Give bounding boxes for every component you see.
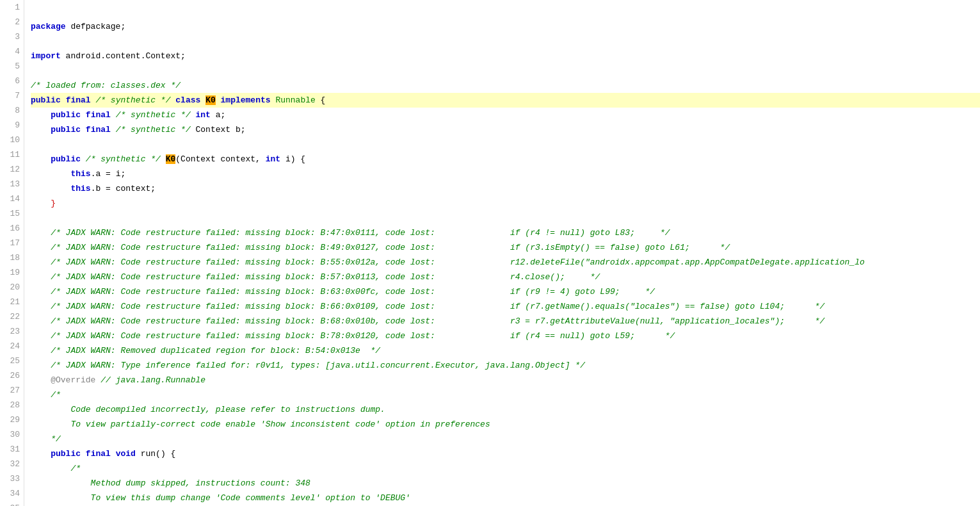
code-line-23: /* JADX WARN: Removed duplicated region … [31,343,980,358]
code-line-25: @Override // java.lang.Runnable [31,373,980,388]
code-line-32: Method dump skipped, instructions count:… [31,476,980,491]
line-number-31: 31 [0,442,24,457]
line-number-4: 4 [0,44,24,59]
line-number-13: 13 [0,177,24,192]
line-number-29: 29 [0,412,24,427]
code-line-14 [31,211,980,225]
code-line-7: public final /* synthetic */ int a; [31,108,980,122]
code-line-13: } [31,196,980,211]
code-line-33: To view this dump change 'Code comments … [31,491,980,505]
line-number-32: 32 [0,457,24,471]
code-editor: 1234567891011121314151617181920212223242… [0,0,980,506]
code-line-21: /* JADX WARN: Code restructure failed: m… [31,314,980,329]
line-number-30: 30 [0,427,24,442]
line-number-28: 28 [0,398,24,412]
code-line-24: /* JADX WARN: Type inference failed for:… [31,358,980,373]
line-number-20: 20 [0,280,24,295]
code-line-17: /* JADX WARN: Code restructure failed: m… [31,255,980,270]
line-number-27: 27 [0,383,24,398]
code-line-12: this.b = context; [31,181,980,196]
line-number-34: 34 [0,486,24,501]
code-line-3: import android.content.Context; [31,49,980,63]
code-line-5: /* loaded from: classes.dex */ [31,78,980,93]
code-line-4 [31,63,980,78]
line-number-35: 35 [0,501,24,506]
code-line-1: package defpackage; [31,19,980,34]
code-line-31: /* [31,461,980,476]
line-number-2: 2 [0,15,24,29]
line-number-6: 6 [0,74,24,88]
code-line-6: public final /* synthetic */ class K0 im… [31,93,980,108]
code-line-30: public final void run() { [31,446,980,461]
line-number-1: 1 [0,0,24,15]
code-line-18: /* JADX WARN: Code restructure failed: m… [31,270,980,284]
code-line-15: /* JADX WARN: Code restructure failed: m… [31,225,980,240]
line-number-21: 21 [0,295,24,309]
line-number-12: 12 [0,162,24,177]
code-line-22: /* JADX WARN: Code restructure failed: m… [31,329,980,343]
code-line-8: public final /* synthetic */ Context b; [31,122,980,137]
code-line-28: To view partially-correct code enable 'S… [31,417,980,432]
code-line-29: */ [31,432,980,446]
code-line-16: /* JADX WARN: Code restructure failed: m… [31,240,980,255]
code-line-9 [31,137,980,152]
line-number-33: 33 [0,471,24,486]
code-content[interactable]: package defpackage; import android.conte… [24,0,980,506]
line-number-26: 26 [0,368,24,383]
line-number-24: 24 [0,339,24,354]
line-number-17: 17 [0,236,24,250]
code-line-11: this.a = i; [31,167,980,181]
line-number-19: 19 [0,265,24,280]
line-number-7: 7 [0,88,24,103]
line-number-16: 16 [0,221,24,236]
line-number-5: 5 [0,59,24,74]
line-numbers: 1234567891011121314151617181920212223242… [0,0,24,506]
code-line-2 [31,34,980,49]
code-line-26: /* [31,388,980,402]
line-number-3: 3 [0,29,24,44]
line-number-9: 9 [0,118,24,133]
line-number-14: 14 [0,192,24,206]
line-number-23: 23 [0,324,24,339]
line-number-18: 18 [0,250,24,265]
line-number-25: 25 [0,354,24,368]
code-line-20: /* JADX WARN: Code restructure failed: m… [31,299,980,314]
line-number-10: 10 [0,133,24,147]
line-number-8: 8 [0,103,24,118]
code-line-19: /* JADX WARN: Code restructure failed: m… [31,284,980,299]
code-line-27: Code decompiled incorrectly, please refe… [31,402,980,417]
line-number-11: 11 [0,147,24,162]
code-line-10: public /* synthetic */ K0(Context contex… [31,152,980,167]
line-number-15: 15 [0,206,24,221]
line-number-22: 22 [0,309,24,324]
